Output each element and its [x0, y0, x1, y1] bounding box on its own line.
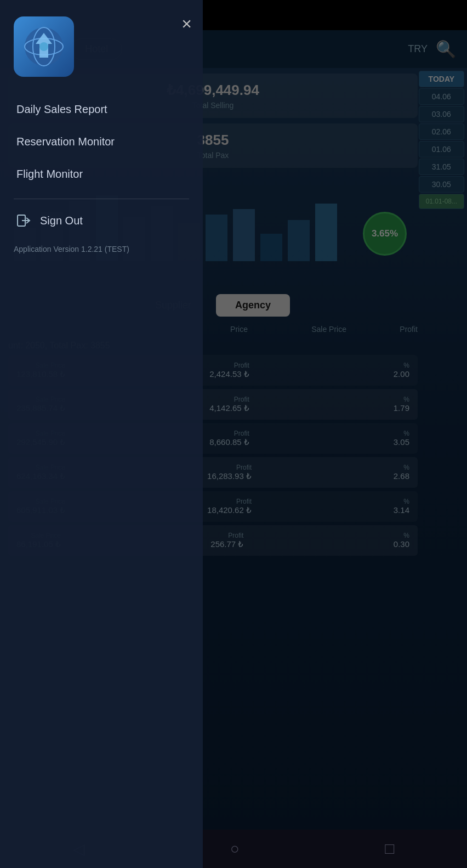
menu-item-reservation-monitor[interactable]: Reservation Monitor — [14, 126, 189, 158]
menu-item-daily-sales[interactable]: Daily Sales Report — [14, 93, 189, 126]
app-logo — [14, 16, 74, 77]
sign-out-row[interactable]: Sign Out — [14, 207, 189, 234]
side-drawer: × Daily Sales Report Reservation Monitor… — [0, 0, 203, 868]
sign-out-label: Sign Out — [40, 215, 83, 227]
sign-out-icon — [16, 213, 32, 228]
logo-svg — [22, 25, 66, 69]
menu-item-flight-monitor[interactable]: Flight Monitor — [14, 158, 189, 190]
svg-point-16 — [39, 42, 48, 51]
drawer-divider — [14, 199, 189, 199]
app-version: Application Version 1.2.21 (TEST) — [14, 245, 189, 253]
drawer-close-button[interactable]: × — [181, 14, 192, 34]
